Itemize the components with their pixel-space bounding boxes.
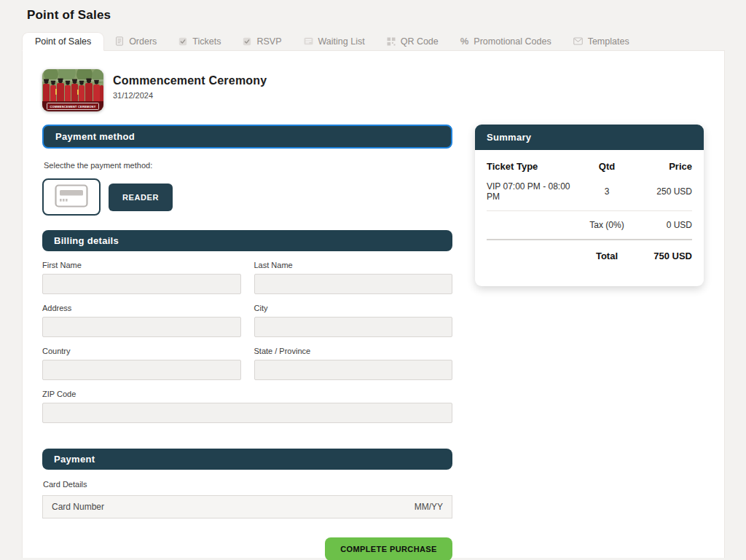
ticket-price-value: 250 USD <box>629 186 692 197</box>
tax-value: 0 USD <box>629 220 692 230</box>
first-name-field-group: First Name <box>42 261 241 294</box>
last-name-field-group: Last Name <box>254 261 453 294</box>
summary-card: Summary Ticket Type Qtd Price VIP 07:00 … <box>475 125 704 286</box>
tab-label: Point of Sales <box>35 36 91 47</box>
card-number-input[interactable] <box>52 502 405 512</box>
summary-total-row: Total 750 USD <box>487 251 692 261</box>
address-field-group: Address <box>42 304 241 337</box>
tab-label: Promotional Codes <box>474 36 551 47</box>
card-payment-option[interactable] <box>42 178 101 216</box>
ticket-qtd-value: 3 <box>584 186 629 197</box>
state-province-field-group: State / Province <box>254 347 453 380</box>
event-thumbnail: COMMENCEMENT CEREMONY <box>42 69 103 111</box>
billing-details-heading: Billing details <box>42 230 452 251</box>
tax-label: Tax (0%) <box>584 220 629 230</box>
country-input[interactable] <box>42 360 241 380</box>
summary-ticket-row: VIP 07:00 PM - 08:00 PM 3 250 USD <box>487 181 692 202</box>
thumbnail-caption: COMMENCEMENT CEREMONY <box>50 105 96 109</box>
summary-column-headers: Ticket Type Qtd Price <box>487 161 692 172</box>
event-info: Commencement Ceremony 31/12/2024 <box>113 69 267 100</box>
checkbox-icon <box>178 37 187 46</box>
tab-label: Tickets <box>192 36 221 47</box>
city-label: City <box>254 304 453 312</box>
summary-column: Summary Ticket Type Qtd Price VIP 07:00 … <box>475 119 704 560</box>
last-name-label: Last Name <box>254 261 453 269</box>
document-icon <box>115 36 124 46</box>
last-name-input[interactable] <box>254 274 453 294</box>
billing-form: First Name Last Name Address City Countr… <box>42 261 452 433</box>
address-label: Address <box>42 304 241 312</box>
city-input[interactable] <box>254 317 453 337</box>
zip-code-field-group: ZIP Code <box>42 390 452 423</box>
event-date: 31/12/2024 <box>113 91 267 100</box>
tab-point-of-sales[interactable]: Point of Sales <box>22 32 104 51</box>
qtd-column-header: Qtd <box>584 161 629 172</box>
envelope-icon <box>573 37 583 45</box>
page-title: Point of Sales <box>0 0 746 32</box>
card-details-label: Card Details <box>43 480 452 489</box>
checkout-column: Payment method Selecthe the payment meth… <box>42 119 452 560</box>
summary-tax-row: Tax (0%) 0 USD <box>487 220 692 230</box>
tab-promotional-codes[interactable]: % Promotional Codes <box>449 32 562 50</box>
summary-total-divider <box>487 239 692 240</box>
tab-panel: COMMENCEMENT CEREMONY Commencement Cerem… <box>22 50 725 558</box>
zip-code-input[interactable] <box>42 403 452 423</box>
credit-card-icon <box>55 184 88 210</box>
first-name-label: First Name <box>42 261 241 269</box>
tab-label: Waiting List <box>318 36 365 47</box>
tab-label: Orders <box>129 36 157 47</box>
city-field-group: City <box>254 304 453 337</box>
ticket-type-column-header: Ticket Type <box>487 161 584 172</box>
qr-icon <box>387 37 396 46</box>
tab-templates[interactable]: Templates <box>562 32 640 50</box>
price-column-header: Price <box>629 161 692 172</box>
summary-body: Ticket Type Qtd Price VIP 07:00 PM - 08:… <box>475 150 704 286</box>
country-label: Country <box>42 347 241 355</box>
tab-waiting-list[interactable]: Waiting List <box>293 32 376 50</box>
payment-method-heading: Payment method <box>42 125 452 149</box>
complete-purchase-button[interactable]: COMPLETE PURCHASE <box>325 537 452 560</box>
list-icon <box>304 37 313 45</box>
country-field-group: Country <box>42 347 241 380</box>
card-expiry-input[interactable] <box>405 502 443 512</box>
event-header: COMMENCEMENT CEREMONY Commencement Cerem… <box>23 51 724 119</box>
ticket-type-value: VIP 07:00 PM - 08:00 PM <box>487 181 584 202</box>
checkbox-icon <box>243 37 251 46</box>
tab-bar: Point of Sales Orders Tickets RSVP Waiti… <box>22 32 746 50</box>
summary-divider <box>487 210 692 211</box>
event-name: Commencement Ceremony <box>113 74 267 87</box>
payment-heading: Payment <box>42 449 452 470</box>
tab-label: RSVP <box>256 36 281 47</box>
percent-icon: % <box>460 36 469 47</box>
reader-payment-option[interactable]: READER <box>109 184 173 211</box>
total-value: 750 USD <box>629 251 692 261</box>
address-input[interactable] <box>42 317 241 337</box>
tab-label: QR Code <box>401 36 439 47</box>
tab-label: Templates <box>588 36 629 47</box>
payment-method-options: READER <box>42 178 452 216</box>
first-name-input[interactable] <box>42 274 241 294</box>
tab-orders[interactable]: Orders <box>104 32 168 50</box>
tab-rsvp[interactable]: RSVP <box>232 32 292 50</box>
zip-code-label: ZIP Code <box>42 390 452 398</box>
tab-tickets[interactable]: Tickets <box>168 32 232 50</box>
payment-method-instruction: Selecthe the payment method: <box>44 161 452 170</box>
state-province-input[interactable] <box>254 360 453 380</box>
total-label: Total <box>584 251 629 261</box>
card-details-element <box>42 495 452 518</box>
state-province-label: State / Province <box>254 347 453 355</box>
summary-heading: Summary <box>475 125 704 150</box>
tab-qr-code[interactable]: QR Code <box>376 32 449 50</box>
